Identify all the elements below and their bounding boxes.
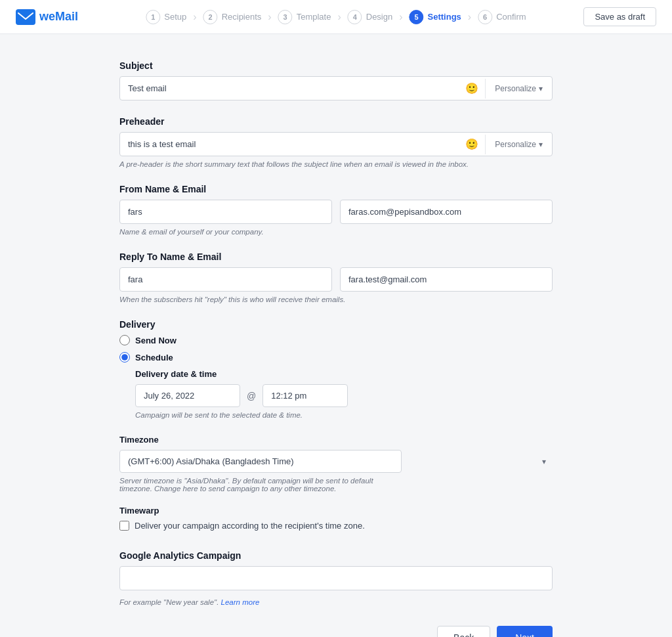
- reply-to-field-group: Reply To Name & Email When the subscribe…: [119, 252, 553, 303]
- preheader-input-row: 🙂 Personalize ▾: [119, 132, 553, 156]
- from-email-input[interactable]: [340, 200, 553, 224]
- timezone-helper: Server timezone is "Asia/Dhaka". By defa…: [119, 477, 402, 493]
- step-settings[interactable]: 5 Settings: [402, 10, 469, 24]
- timezone-label: Timezone: [119, 435, 553, 445]
- reply-to-label: Reply To Name & Email: [119, 252, 553, 262]
- send-now-option[interactable]: Send Now: [119, 335, 553, 345]
- back-button[interactable]: Back: [437, 626, 490, 637]
- reply-to-email-input[interactable]: [340, 267, 553, 292]
- date-input[interactable]: [135, 384, 240, 407]
- page-header: weMail 1 Setup › 2 Recipients › 3 Templa…: [0, 0, 672, 34]
- preheader-emoji-button[interactable]: 🙂: [459, 138, 485, 150]
- step-confirm[interactable]: 6 Confirm: [470, 10, 534, 24]
- at-symbol: @: [247, 391, 256, 401]
- schedule-subsection: Delivery date & time @ Campaign will be …: [135, 369, 553, 419]
- step-label-2: Recipients: [222, 12, 262, 22]
- preheader-label: Preheader: [119, 116, 553, 127]
- preheader-helper: A pre-header is the short summary text t…: [119, 160, 553, 168]
- subject-personalize-label: Personalize: [495, 84, 536, 93]
- schedule-option[interactable]: Schedule: [119, 352, 553, 362]
- time-input[interactable]: [262, 384, 348, 407]
- step-label-1: Setup: [164, 12, 186, 22]
- from-inputs: [119, 200, 553, 224]
- ga-learn-more-link[interactable]: Learn more: [221, 598, 260, 606]
- timezone-select[interactable]: (GMT+6:00) Asia/Dhaka (Bangladesh Time) …: [119, 450, 402, 473]
- ga-section: Google Analytics Campaign For example "N…: [119, 550, 553, 606]
- step-num-2: 2: [203, 10, 218, 24]
- timewarp-checkbox-row: Deliver your campaign according to the r…: [119, 521, 553, 531]
- logo-text: weMail: [39, 10, 78, 24]
- preheader-personalize-chevron-icon: ▾: [539, 140, 543, 149]
- step-num-1: 1: [146, 10, 160, 24]
- step-design[interactable]: 4 Design: [340, 10, 400, 24]
- step-label-3: Template: [297, 12, 331, 22]
- timewarp-checkbox-label: Deliver your campaign according to the r…: [135, 521, 365, 531]
- send-now-radio[interactable]: [119, 335, 130, 345]
- step-num-3: 3: [278, 10, 293, 24]
- delivery-section: Delivery Send Now Schedule Delivery date…: [119, 319, 553, 419]
- preheader-personalize-button[interactable]: Personalize ▾: [485, 135, 552, 154]
- logo[interactable]: weMail: [16, 9, 81, 25]
- step-label-5: Settings: [428, 12, 461, 22]
- subject-personalize-chevron-icon: ▾: [539, 84, 543, 93]
- reply-to-name-input[interactable]: [119, 267, 332, 292]
- step-label-4: Design: [366, 12, 392, 22]
- datetime-helper: Campaign will be sent to the selected da…: [135, 411, 553, 419]
- save-draft-button[interactable]: Save as draft: [583, 7, 656, 26]
- ga-helper-text: For example "New year sale".: [119, 598, 219, 606]
- reply-to-inputs: [119, 267, 553, 292]
- preheader-field-group: Preheader 🙂 Personalize ▾ A pre-header i…: [119, 116, 553, 168]
- from-name-input[interactable]: [119, 200, 332, 224]
- schedule-radio[interactable]: [119, 352, 130, 362]
- step-num-5: 5: [410, 10, 424, 24]
- timezone-section: Timezone (GMT+6:00) Asia/Dhaka (Banglade…: [119, 435, 553, 493]
- schedule-label: Schedule: [135, 353, 173, 362]
- timewarp-label: Timewarp: [119, 506, 553, 516]
- from-field-group: From Name & Email Name & email of yourse…: [119, 184, 553, 236]
- timezone-select-wrapper: (GMT+6:00) Asia/Dhaka (Bangladesh Time) …: [119, 450, 553, 473]
- subject-label: Subject: [119, 60, 553, 71]
- timewarp-checkbox[interactable]: [119, 521, 129, 531]
- step-template[interactable]: 3 Template: [270, 10, 339, 24]
- datetime-row: @: [135, 384, 553, 407]
- step-num-4: 4: [348, 10, 362, 24]
- from-helper: Name & email of yourself or your company…: [119, 228, 553, 236]
- ga-helper: For example "New year sale". Learn more: [119, 598, 553, 606]
- footer-buttons: Back Next: [119, 626, 553, 637]
- subject-emoji-button[interactable]: 🙂: [459, 82, 485, 95]
- from-label: From Name & Email: [119, 184, 553, 194]
- wizard-steps: 1 Setup › 2 Recipients › 3 Template › 4 …: [138, 10, 534, 24]
- step-recipients[interactable]: 2 Recipients: [196, 10, 270, 24]
- next-button[interactable]: Next: [497, 626, 553, 637]
- send-now-label: Send Now: [135, 336, 177, 345]
- ga-input[interactable]: [119, 566, 553, 590]
- preheader-input[interactable]: [120, 133, 459, 156]
- datetime-label: Delivery date & time: [135, 369, 553, 379]
- preheader-personalize-label: Personalize: [495, 140, 536, 149]
- step-label-6: Confirm: [496, 12, 526, 22]
- timewarp-section: Timewarp Deliver your campaign according…: [119, 506, 553, 531]
- step-num-6: 6: [478, 10, 492, 24]
- reply-to-helper: When the subscribers hit "reply" this is…: [119, 296, 553, 303]
- svg-rect-0: [16, 9, 35, 25]
- subject-field-group: Subject 🙂 Personalize ▾: [119, 60, 553, 100]
- ga-label: Google Analytics Campaign: [119, 550, 553, 561]
- logo-icon: [16, 9, 35, 25]
- timezone-chevron-icon: ▾: [542, 457, 546, 466]
- subject-personalize-button[interactable]: Personalize ▾: [485, 79, 552, 99]
- settings-form: Subject 🙂 Personalize ▾ Preheader 🙂 Pers…: [106, 60, 566, 637]
- delivery-label: Delivery: [119, 319, 553, 330]
- subject-input[interactable]: [120, 77, 459, 100]
- step-setup[interactable]: 1 Setup: [138, 10, 194, 24]
- subject-input-row: 🙂 Personalize ▾: [119, 76, 553, 100]
